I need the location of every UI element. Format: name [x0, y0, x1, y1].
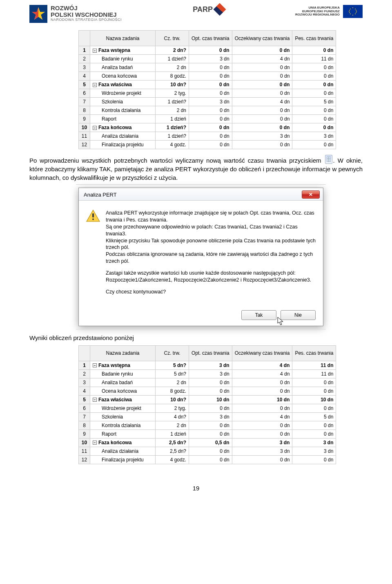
- yes-button[interactable]: Tak: [241, 310, 276, 320]
- cell: 4 godz.: [156, 141, 189, 149]
- cell: 0 dn: [232, 89, 292, 98]
- cell: 0 dn: [232, 421, 292, 430]
- table-row: 5−Faza właściwa10 dn?10 dn10 dn10 dn: [79, 395, 336, 404]
- cell: 3 dn: [189, 55, 232, 63]
- svg-point-6: [356, 11, 357, 12]
- cell: 2 dn: [156, 63, 189, 72]
- collapse-icon[interactable]: −: [93, 441, 97, 445]
- row-number: 8: [79, 106, 90, 115]
- collapse-icon[interactable]: −: [93, 363, 97, 367]
- row-number: 7: [79, 412, 90, 421]
- cell: 11 dn: [292, 55, 336, 63]
- cell: 0 dn: [292, 46, 336, 55]
- row-number: 2: [79, 55, 90, 63]
- parp-label: PARP: [193, 5, 213, 14]
- collapse-icon[interactable]: −: [93, 49, 97, 53]
- cell: 4 dn?: [156, 412, 189, 421]
- svg-point-3: [352, 7, 353, 8]
- cell: 0 dn: [189, 123, 232, 132]
- collapse-icon[interactable]: −: [93, 398, 97, 402]
- cell: 0 dn: [189, 387, 232, 395]
- col-opt: Opt. czas trwania: [189, 31, 232, 46]
- row-number: 4: [79, 72, 90, 81]
- cell: 2 dn: [156, 106, 189, 115]
- task-name: Badanie rynku: [90, 55, 156, 63]
- cell: 10 dn: [292, 395, 336, 404]
- no-button[interactable]: Nie: [281, 310, 316, 320]
- row-number: 11: [79, 132, 90, 141]
- svg-point-8: [355, 9, 356, 9]
- cell: 0 dn: [189, 115, 232, 123]
- cell: 1 dzień: [156, 115, 189, 123]
- cell: 1 dzień?: [156, 123, 189, 132]
- cell: 0 dn: [292, 430, 336, 438]
- col-name: Nazwa zadania: [90, 345, 156, 361]
- svg-point-7: [350, 9, 351, 9]
- row-number: 9: [79, 430, 90, 438]
- task-name: −Faza właściwa: [90, 395, 156, 404]
- cell: 10 dn: [232, 395, 292, 404]
- cell: 4 dn: [232, 369, 292, 378]
- cell: 3 dn: [189, 98, 232, 106]
- logo-mid: PARP: [193, 5, 224, 14]
- cell: 4 godz.: [156, 455, 189, 464]
- col-exp: Oczekiwany czas trwania: [232, 345, 292, 361]
- row-number: 11: [79, 447, 90, 455]
- header-logos: ROZWÓJ POLSKI WSCHODNIEJ NARODOWA STRATE…: [29, 5, 363, 23]
- task-name: −Faza końcowa: [90, 123, 156, 132]
- cell: 3 dn: [189, 361, 232, 369]
- dlg-p6: Czy chcesz kontynuować?: [106, 289, 316, 295]
- table-row: 3Analiza badań2 dn0 dn0 dn0 dn: [79, 378, 336, 387]
- table-row: 4Ocena końcowa8 godz.0 dn0 dn0 dn: [79, 387, 336, 395]
- table-row: 7Szkolenia4 dn?3 dn4 dn5 dn: [79, 412, 336, 421]
- svg-point-14: [356, 12, 356, 13]
- cell: 2 tyg.: [156, 89, 189, 98]
- task-name: Szkolenia: [90, 98, 156, 106]
- dlg-p2: Są one przechowywane odpowiednio w polac…: [106, 224, 298, 237]
- cell: 0 dn: [232, 46, 292, 55]
- cell: 10 dn?: [156, 81, 189, 89]
- cell: 3 dn: [189, 369, 232, 378]
- task-name: Kontrola działania: [90, 106, 156, 115]
- col-dur: Cz. trw.: [156, 31, 189, 46]
- logo-right-line3: ROZWOJU REGIONALNEGO: [295, 13, 340, 17]
- close-button[interactable]: ✕: [302, 190, 320, 199]
- cell: 2 tyg.: [156, 404, 189, 412]
- row-number: 12: [79, 455, 90, 464]
- cell: 3 dn: [232, 438, 292, 447]
- svg-marker-18: [278, 317, 283, 325]
- cell: 5 dn: [292, 412, 336, 421]
- cell: 3 dn: [232, 132, 292, 141]
- cell: 0 dn: [189, 378, 232, 387]
- svg-marker-1: [38, 7, 45, 20]
- row-number: 7: [79, 98, 90, 106]
- cell: 4 dn: [232, 412, 292, 421]
- table-row: 12Finalizacja projektu4 godz.0 dn0 dn0 d…: [79, 455, 336, 464]
- cell: 2,5 dn?: [156, 438, 189, 447]
- collapse-icon[interactable]: −: [93, 83, 97, 87]
- task-name: Szkolenia: [90, 412, 156, 421]
- col-exp: Oczekiwany czas trwania: [232, 31, 292, 46]
- row-number: 6: [79, 404, 90, 412]
- cell: 3 dn: [189, 412, 232, 421]
- cell: 0 dn: [189, 404, 232, 412]
- task-name: Finalizacja projektu: [90, 141, 156, 149]
- row-number: 1: [79, 46, 90, 55]
- task-name: Wdrożenie projekt: [90, 89, 156, 98]
- cell: 0 dn: [292, 63, 336, 72]
- cell: 0 dn: [189, 63, 232, 72]
- table-row: 11Analiza działania2,5 dn?0 dn3 dn3 dn: [79, 447, 336, 455]
- cell: 2 dn: [156, 378, 189, 387]
- star-logo-icon: [29, 5, 47, 23]
- task-name: Analiza działania: [90, 132, 156, 141]
- row-number: 3: [79, 63, 90, 72]
- task-name: Ocena końcowa: [90, 72, 156, 81]
- collapse-icon[interactable]: −: [93, 126, 97, 130]
- task-name: Raport: [90, 430, 156, 438]
- table-row: 6Wdrożenie projekt2 tyg.0 dn0 dn0 dn: [79, 89, 336, 98]
- cell: 0 dn: [189, 430, 232, 438]
- table-row: 1−Faza wstępna2 dn?0 dn0 dn0 dn: [79, 46, 336, 55]
- cell: 11 dn: [292, 369, 336, 378]
- table-row: 5−Faza właściwa10 dn?0 dn0 dn0 dn: [79, 81, 336, 89]
- svg-point-9: [350, 13, 351, 14]
